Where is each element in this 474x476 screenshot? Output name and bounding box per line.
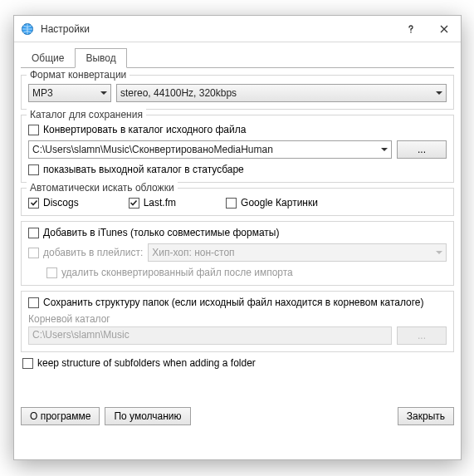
footer: О программе По умолчанию Закрыть: [14, 404, 461, 432]
checkbox-icon: [28, 248, 39, 258]
close-window-button[interactable]: [428, 16, 461, 42]
checkbox-delete-after-import: удалить сконвертированный файл после имп…: [46, 267, 447, 278]
checkbox-keep-subfolders[interactable]: keep structure of subfolders when adding…: [22, 357, 454, 369]
checkbox-label: Discogs: [43, 197, 79, 209]
checkbox-icon: [28, 228, 39, 238]
group-output-dir: Каталог для сохранения Конвертировать в …: [21, 115, 454, 183]
checkbox-lastfm[interactable]: Last.fm: [129, 197, 176, 209]
group-output-dir-title: Каталог для сохранения: [27, 109, 146, 120]
checkbox-icon: [28, 125, 39, 135]
checkbox-label: удалить сконвертированный файл после имп…: [61, 267, 293, 278]
group-covers: Автоматически искать обложки Discogs Las…: [21, 188, 454, 216]
chevron-down-icon: [436, 91, 442, 95]
quality-select-value: stereo, 44100Hz, 320kbps: [120, 87, 237, 99]
checkbox-label: Сохранить структуру папок (если исходный…: [43, 297, 424, 308]
root-path-value: C:\Users\slamn\Music: [32, 329, 129, 341]
chevron-down-icon: [381, 148, 388, 151]
browse-label: ...: [418, 144, 426, 155]
checkbox-discogs[interactable]: Discogs: [28, 197, 79, 209]
checkbox-label: Google Картинки: [241, 197, 318, 209]
checkbox-google-images[interactable]: Google Картинки: [226, 197, 318, 209]
group-covers-title: Автоматически искать обложки: [27, 182, 178, 194]
group-format: Формат конвертации MP3 stereo, 44100Hz, …: [21, 75, 454, 110]
close-button[interactable]: Закрыть: [398, 407, 454, 425]
defaults-button[interactable]: По умолчанию: [105, 407, 190, 425]
tab-output[interactable]: Вывод: [75, 48, 126, 68]
help-button[interactable]: [394, 16, 428, 42]
format-select[interactable]: MP3: [28, 84, 111, 102]
checkbox-icon: [22, 358, 33, 369]
checkbox-icon: [28, 198, 39, 209]
playlist-value: Хип-хоп: нон-стоп: [152, 247, 234, 258]
format-select-value: MP3: [32, 87, 53, 99]
tabs: Общие Вывод: [21, 47, 454, 68]
checkbox-convert-to-source[interactable]: Конвертировать в каталог исходного файла: [28, 124, 447, 135]
checkbox-icon: [46, 267, 57, 278]
about-button[interactable]: О программе: [21, 407, 100, 425]
group-folders: Сохранить структуру папок (если исходный…: [21, 291, 454, 352]
root-path-input: C:\Users\slamn\Music: [28, 326, 392, 345]
checkbox-keep-structure[interactable]: Сохранить структуру папок (если исходный…: [28, 297, 447, 308]
output-path-value: C:\Users\slamn\Music\СконвертированоMedi…: [32, 144, 273, 155]
checkbox-icon: [28, 297, 39, 308]
checkbox-label: показывать выходной каталог в статусбаре: [43, 164, 244, 175]
chevron-down-icon: [100, 91, 107, 95]
checkbox-show-statusbar[interactable]: показывать выходной каталог в статусбаре: [28, 164, 447, 175]
group-itunes: Добавить в iTunes (только совместимые фо…: [21, 221, 454, 286]
checkbox-label: добавить в плейлист:: [43, 247, 143, 258]
root-folder-label: Корневой каталог: [28, 313, 447, 325]
checkbox-icon: [129, 198, 139, 209]
output-path-input[interactable]: C:\Users\slamn\Music\СконвертированоMedi…: [28, 140, 392, 159]
playlist-select: Хип-хоп: нон-стоп: [148, 243, 447, 262]
checkbox-icon: [226, 198, 237, 209]
checkbox-label: Last.fm: [144, 197, 176, 209]
app-icon: [21, 22, 34, 36]
checkbox-add-playlist: добавить в плейлист:: [28, 247, 143, 258]
browse-output-button[interactable]: ...: [397, 140, 447, 159]
checkbox-label: Добавить в iTunes (только совместимые фо…: [43, 227, 279, 238]
checkbox-icon: [28, 164, 39, 175]
window-title: Настройки: [41, 23, 90, 35]
tab-general[interactable]: Общие: [21, 48, 75, 68]
chevron-down-icon: [436, 251, 442, 254]
checkbox-label: Конвертировать в каталог исходного файла: [43, 124, 246, 135]
checkbox-add-itunes[interactable]: Добавить в iTunes (только совместимые фо…: [28, 227, 447, 238]
browse-label: ...: [418, 330, 426, 341]
browse-root-button: ...: [397, 326, 447, 345]
checkbox-label: keep structure of subfolders when adding…: [37, 357, 256, 369]
titlebar: Настройки: [14, 16, 461, 42]
group-format-title: Формат конвертации: [27, 69, 129, 81]
quality-select[interactable]: stereo, 44100Hz, 320kbps: [116, 84, 447, 102]
